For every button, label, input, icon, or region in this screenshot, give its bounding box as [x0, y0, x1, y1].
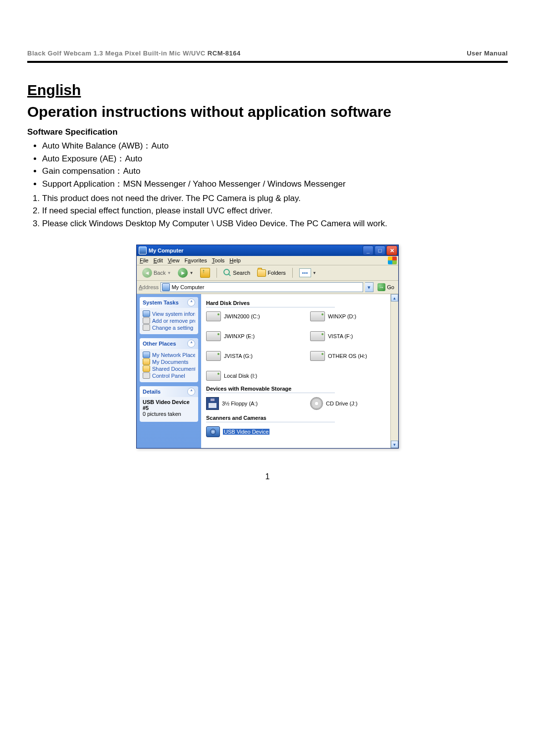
details-line-2: 0 pictures taken	[143, 411, 195, 417]
my-computer-window: My Computer _ □ ✕ File Edit View Favorit…	[136, 245, 399, 449]
header-right: User Manual	[467, 50, 508, 57]
minimize-button[interactable]: _	[363, 246, 374, 255]
address-my-computer-icon	[162, 283, 170, 291]
usb-video-device[interactable]: USB Video Device	[206, 426, 275, 437]
menu-bar: File Edit View Favorites Tools Help	[137, 256, 398, 265]
removable-grid: 3½ Floppy (A:) CD Drive (J:)	[206, 397, 385, 410]
collapse-icon[interactable]: ˄	[187, 340, 195, 348]
system-tasks-header[interactable]: System Tasks ˄	[140, 297, 198, 308]
drive-item[interactable]: OTHER OS (H:)	[310, 351, 379, 361]
removable-section-title: Devices with Removable Storage	[206, 386, 335, 393]
scrollbar[interactable]: ▴ ▾	[390, 294, 398, 448]
folder-icon	[143, 365, 150, 372]
info-icon	[143, 310, 150, 317]
model-name: RCM-8164	[208, 50, 241, 57]
collapse-icon[interactable]: ˄	[187, 388, 195, 396]
address-dropdown-button[interactable]: ▾	[365, 282, 374, 292]
go-button[interactable]: → Go	[375, 283, 396, 292]
folders-button[interactable]: Folders	[255, 268, 288, 278]
usb-video-device-label: USB Video Device	[223, 429, 269, 435]
scroll-down-button[interactable]: ▾	[391, 441, 398, 448]
scroll-up-button[interactable]: ▴	[391, 294, 398, 302]
forward-arrow-icon: ►	[178, 268, 188, 278]
other-places-header[interactable]: Other Places ˄	[140, 338, 198, 349]
programs-icon	[143, 317, 150, 324]
maximize-button[interactable]: □	[374, 246, 385, 255]
task-view-system-info[interactable]: View system information	[143, 310, 195, 317]
folder-icon	[143, 358, 150, 365]
back-label: Back	[154, 270, 165, 276]
spec-item: Gain compensation：Auto	[42, 165, 508, 178]
hdd-icon	[310, 331, 325, 341]
drive-item[interactable]: JWINXP (E:)	[206, 331, 275, 341]
folders-label: Folders	[268, 270, 286, 276]
menu-tools[interactable]: Tools	[212, 257, 225, 263]
spec-item: Auto Exposure (AE)：Auto	[42, 153, 508, 165]
step-item: Please click Windows Desktop My Computer…	[42, 218, 508, 230]
window-body: System Tasks ˄ View system information A…	[137, 294, 398, 448]
drive-item[interactable]: Local Disk (I:)	[206, 371, 275, 381]
other-places-panel: Other Places ˄ My Network Places My Docu…	[140, 338, 198, 382]
product-name: Black Golf Webcam 1.3 Mega Pixel Built-i…	[27, 50, 206, 57]
search-label: Search	[233, 270, 250, 276]
forward-dropdown-icon[interactable]: ▼	[189, 271, 193, 275]
up-folder-icon	[200, 268, 210, 278]
hdd-icon	[206, 311, 221, 321]
forward-button[interactable]: ► ▼	[175, 267, 196, 279]
back-arrow-icon: ◄	[142, 268, 152, 278]
page-number: 1	[27, 472, 508, 481]
step-item: If need special effect function, please …	[42, 205, 508, 217]
close-button[interactable]: ✕	[386, 246, 397, 255]
details-header[interactable]: Details ˄	[140, 386, 198, 397]
views-dropdown-icon[interactable]: ▼	[313, 271, 317, 275]
content-area: Hard Disk Drives JWIN2000 (C:) WINXP (D:…	[201, 294, 390, 448]
spec-heading: Software Specification	[27, 127, 508, 137]
go-label: Go	[387, 284, 394, 290]
address-label: Address	[139, 284, 159, 290]
collapse-icon[interactable]: ˄	[187, 299, 195, 306]
scanners-section-title: Scanners and Cameras	[206, 415, 335, 422]
details-line-1: USB Video Device #5	[143, 399, 195, 411]
menu-help[interactable]: Help	[229, 257, 241, 263]
menu-file[interactable]: File	[140, 257, 149, 263]
hdd-icon	[310, 311, 325, 321]
hdd-icon	[206, 331, 221, 341]
go-arrow-icon: →	[377, 283, 385, 291]
task-add-remove-programs[interactable]: Add or remove programs	[143, 317, 195, 324]
place-control-panel[interactable]: Control Panel	[143, 372, 195, 379]
hdd-grid: JWIN2000 (C:) WINXP (D:) JWINXP (E:) VIS…	[206, 311, 385, 381]
place-shared-documents[interactable]: Shared Documents	[143, 365, 195, 372]
search-button[interactable]: Search	[221, 268, 253, 278]
settings-icon	[143, 324, 150, 331]
titlebar-caption: My Computer	[139, 247, 363, 254]
header-left: Black Golf Webcam 1.3 Mega Pixel Built-i…	[27, 50, 241, 57]
place-network[interactable]: My Network Places	[143, 352, 195, 358]
spec-item: Support Application：MSN Messenger / Yaho…	[42, 178, 508, 191]
menu-edit[interactable]: Edit	[154, 257, 163, 263]
floppy-drive[interactable]: 3½ Floppy (A:)	[206, 397, 275, 410]
window-title: My Computer	[149, 248, 183, 253]
cd-drive[interactable]: CD Drive (J:)	[310, 397, 379, 410]
details-panel: Details ˄ USB Video Device #5 0 pictures…	[140, 386, 198, 422]
drive-item[interactable]: VISTA (F:)	[310, 331, 379, 341]
task-change-setting[interactable]: Change a setting	[143, 324, 195, 331]
system-tasks-panel: System Tasks ˄ View system information A…	[140, 297, 198, 334]
views-button[interactable]: ▼	[297, 267, 319, 278]
back-button[interactable]: ◄ Back ▼	[140, 267, 173, 279]
search-icon	[223, 269, 231, 277]
titlebar[interactable]: My Computer _ □ ✕	[137, 245, 398, 256]
my-computer-icon	[139, 247, 147, 254]
other-places-title: Other Places	[143, 341, 176, 347]
drive-item[interactable]: JWIN2000 (C:)	[206, 311, 275, 321]
page-header: Black Golf Webcam 1.3 Mega Pixel Built-i…	[27, 50, 508, 63]
drive-item[interactable]: WINXP (D:)	[310, 311, 379, 321]
menu-favorites[interactable]: Favorites	[184, 257, 207, 263]
place-my-documents[interactable]: My Documents	[143, 358, 195, 365]
details-title: Details	[143, 389, 160, 395]
up-button[interactable]	[198, 267, 213, 279]
address-field[interactable]: My Computer	[160, 282, 363, 292]
back-dropdown-icon[interactable]: ▼	[167, 271, 171, 275]
control-panel-icon	[143, 372, 150, 379]
drive-item[interactable]: JVISTA (G:)	[206, 351, 275, 361]
menu-view[interactable]: View	[168, 257, 180, 263]
